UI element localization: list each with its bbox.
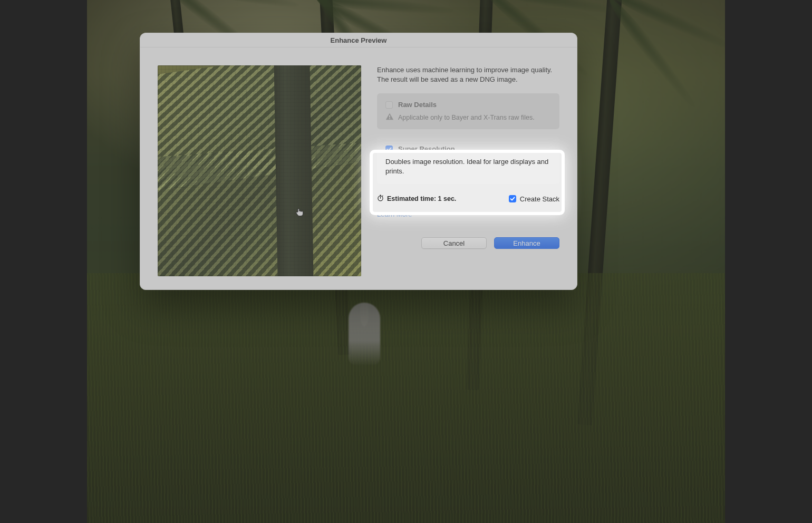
svg-line-5 <box>382 196 383 196</box>
stopwatch-icon <box>377 195 384 203</box>
dialog-title-bar: Enhance Preview <box>140 33 577 47</box>
meta-row: Estimated time: 1 sec. Create Stack <box>377 195 559 203</box>
cancel-button[interactable]: Cancel <box>421 237 487 249</box>
svg-rect-3 <box>380 195 381 196</box>
create-stack-option[interactable]: Create Stack <box>509 195 559 203</box>
estimated-time-label: Estimated time: 1 sec. <box>387 195 456 202</box>
raw-details-checkbox <box>385 101 393 109</box>
dialog-right-column: Enhance uses machine learning to improve… <box>377 65 559 276</box>
warning-icon <box>385 113 394 122</box>
raw-details-label: Raw Details <box>398 101 437 109</box>
raw-details-panel: Raw Details Applicable only to Bayer and… <box>377 93 559 129</box>
dialog-button-row: Cancel Enhance <box>377 237 559 249</box>
svg-rect-0 <box>389 115 390 118</box>
create-stack-checkbox[interactable] <box>509 195 516 202</box>
enhance-preview-dialog: Enhance Preview Enhance uses machine lea… <box>140 33 577 290</box>
app-stage: Enhance Preview Enhance uses machine lea… <box>0 0 812 523</box>
learn-more-link[interactable]: Learn More <box>377 210 412 218</box>
enhance-button[interactable]: Enhance <box>494 237 559 249</box>
create-stack-label: Create Stack <box>520 195 559 203</box>
super-resolution-label: Super Resolution <box>398 145 455 153</box>
dialog-title: Enhance Preview <box>331 36 387 44</box>
enhance-intro-text: Enhance uses machine learning to improve… <box>377 65 556 84</box>
dialog-body: Enhance uses machine learning to improve… <box>140 47 577 290</box>
svg-point-1 <box>389 118 390 119</box>
super-resolution-description: Doubles image resolution. Ideal for larg… <box>385 157 549 176</box>
super-resolution-checkbox[interactable] <box>385 146 393 153</box>
super-resolution-panel: Super Resolution Doubles image resolutio… <box>377 137 559 184</box>
enhance-preview-image[interactable] <box>158 65 361 276</box>
estimated-time: Estimated time: 1 sec. <box>377 195 456 203</box>
raw-details-note: Applicable only to Bayer and X-Trans raw… <box>398 114 535 121</box>
